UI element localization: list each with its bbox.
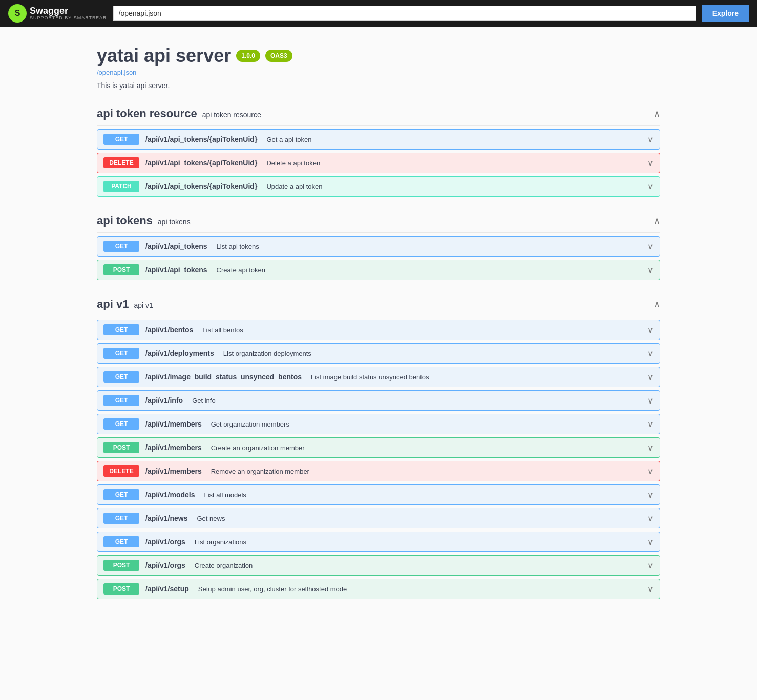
endpoint-left: GET /api/v1/deployments List organizatio… xyxy=(103,348,647,359)
endpoint-path: /api/v1/api_tokens xyxy=(145,242,207,250)
method-badge: PATCH xyxy=(103,181,139,192)
method-badge: GET xyxy=(103,348,139,359)
method-badge: DELETE xyxy=(103,157,139,168)
endpoint-summary: Get organization members xyxy=(211,420,289,428)
endpoint-summary: List api tokens xyxy=(217,243,259,250)
endpoint-left: DELETE /api/v1/api_tokens/{apiTokenUid} … xyxy=(103,157,647,168)
section-api-tokens: api tokens api tokens ∧ GET /api/v1/api_… xyxy=(97,209,660,280)
endpoint-row[interactable]: POST /api/v1/setup Setup admin user, org… xyxy=(97,579,660,599)
endpoint-path: /api/v1/api_tokens/{apiTokenUid} xyxy=(145,182,257,190)
method-badge: GET xyxy=(103,513,139,524)
endpoint-left: PATCH /api/v1/api_tokens/{apiTokenUid} U… xyxy=(103,181,647,192)
endpoint-expand-icon: ∨ xyxy=(647,466,654,476)
endpoint-left: POST /api/v1/orgs Create organization xyxy=(103,560,647,571)
section-desc: api token resource xyxy=(202,111,261,119)
api-title-text: yatai api server xyxy=(97,45,231,67)
section-header-api-v1[interactable]: api v1 api v1 ∧ xyxy=(97,292,660,316)
method-badge: DELETE xyxy=(103,465,139,477)
endpoint-summary: Get a api token xyxy=(266,136,311,143)
swagger-logo-icon: S xyxy=(8,4,27,23)
endpoint-left: POST /api/v1/members Create an organizat… xyxy=(103,442,647,453)
method-badge: GET xyxy=(103,134,139,145)
method-badge: POST xyxy=(103,583,139,595)
endpoint-row[interactable]: DELETE /api/v1/api_tokens/{apiTokenUid} … xyxy=(97,153,660,173)
section-collapse-icon: ∧ xyxy=(654,108,660,119)
endpoint-summary: Get news xyxy=(197,515,225,522)
endpoint-summary: Setup admin user, org, cluster for selfh… xyxy=(198,585,347,593)
endpoint-path: /api/v1/members xyxy=(145,467,202,475)
endpoint-row[interactable]: GET /api/v1/api_tokens/{apiTokenUid} Get… xyxy=(97,129,660,150)
method-badge: POST xyxy=(103,560,139,571)
swagger-logo: S Swagger SUPPORTED BY SMARTBEAR xyxy=(8,4,107,23)
section-header-api-tokens[interactable]: api tokens api tokens ∧ xyxy=(97,209,660,233)
endpoint-row[interactable]: GET /api/v1/members Get organization mem… xyxy=(97,414,660,434)
endpoint-row[interactable]: POST /api/v1/members Create an organizat… xyxy=(97,437,660,458)
endpoint-row[interactable]: PATCH /api/v1/api_tokens/{apiTokenUid} U… xyxy=(97,176,660,197)
endpoint-left: GET /api/v1/bentos List all bentos xyxy=(103,324,647,335)
endpoint-row[interactable]: GET /api/v1/news Get news ∨ xyxy=(97,508,660,528)
endpoint-row[interactable]: DELETE /api/v1/members Remove an organiz… xyxy=(97,461,660,481)
api-link[interactable]: /openapi.json xyxy=(97,69,660,76)
api-title-row: yatai api server 1.0.0 OAS3 xyxy=(97,45,660,67)
explore-button[interactable]: Explore xyxy=(702,5,749,22)
endpoint-summary: Update a api token xyxy=(266,183,322,190)
section-desc: api tokens xyxy=(158,218,191,226)
endpoint-summary: List image build status unsynced bentos xyxy=(311,373,429,381)
endpoint-expand-icon: ∨ xyxy=(647,135,654,144)
endpoint-row[interactable]: GET /api/v1/models List all models ∨ xyxy=(97,484,660,505)
endpoint-row[interactable]: GET /api/v1/bentos List all bentos ∨ xyxy=(97,320,660,340)
endpoint-expand-icon: ∨ xyxy=(647,537,654,547)
section-api-v1: api v1 api v1 ∧ GET /api/v1/bentos List … xyxy=(97,292,660,599)
endpoint-expand-icon: ∨ xyxy=(647,561,654,570)
section-title: api tokens xyxy=(97,214,153,227)
endpoint-row[interactable]: GET /api/v1/info Get info ∨ xyxy=(97,390,660,411)
endpoint-row[interactable]: GET /api/v1/api_tokens List api tokens ∨ xyxy=(97,236,660,257)
endpoint-row[interactable]: POST /api/v1/api_tokens Create api token… xyxy=(97,260,660,280)
endpoint-left: GET /api/v1/models List all models xyxy=(103,489,647,500)
section-title-group: api tokens api tokens xyxy=(97,214,191,227)
endpoint-expand-icon: ∨ xyxy=(647,514,654,523)
endpoint-left: GET /api/v1/news Get news xyxy=(103,513,647,524)
endpoint-left: GET /api/v1/members Get organization mem… xyxy=(103,418,647,430)
swagger-logo-text: Swagger xyxy=(30,6,107,15)
oas3-badge: OAS3 xyxy=(265,50,292,62)
section-collapse-icon: ∧ xyxy=(654,299,660,310)
endpoint-summary: Delete a api token xyxy=(266,159,320,167)
endpoint-expand-icon: ∨ xyxy=(647,419,654,429)
endpoint-row[interactable]: GET /api/v1/image_build_status_unsynced_… xyxy=(97,367,660,387)
method-badge: GET xyxy=(103,395,139,406)
endpoint-left: GET /api/v1/orgs List organizations xyxy=(103,536,647,547)
section-header-api-token-resource[interactable]: api token resource api token resource ∧ xyxy=(97,102,660,126)
endpoint-path: /api/v1/deployments xyxy=(145,349,214,357)
endpoint-expand-icon: ∨ xyxy=(647,372,654,382)
endpoint-left: POST /api/v1/setup Setup admin user, org… xyxy=(103,583,647,595)
endpoint-expand-icon: ∨ xyxy=(647,396,654,406)
endpoint-summary: List organization deployments xyxy=(223,350,311,357)
endpoint-path: /api/v1/info xyxy=(145,396,183,405)
endpoint-path: /api/v1/members xyxy=(145,443,202,452)
section-collapse-icon: ∧ xyxy=(654,215,660,226)
url-input[interactable] xyxy=(113,6,696,21)
section-api-token-resource: api token resource api token resource ∧ … xyxy=(97,102,660,197)
endpoint-left: DELETE /api/v1/members Remove an organiz… xyxy=(103,465,647,477)
endpoint-expand-icon: ∨ xyxy=(647,325,654,335)
method-badge: GET xyxy=(103,371,139,383)
endpoint-row[interactable]: GET /api/v1/orgs List organizations ∨ xyxy=(97,532,660,552)
endpoint-expand-icon: ∨ xyxy=(647,182,654,192)
endpoint-path: /api/v1/setup xyxy=(145,585,189,593)
endpoint-left: POST /api/v1/api_tokens Create api token xyxy=(103,264,647,275)
endpoint-expand-icon: ∨ xyxy=(647,349,654,358)
endpoint-left: GET /api/v1/image_build_status_unsynced_… xyxy=(103,371,647,383)
endpoint-row[interactable]: GET /api/v1/deployments List organizatio… xyxy=(97,343,660,364)
endpoint-summary: Remove an organization member xyxy=(211,468,309,475)
endpoint-row[interactable]: POST /api/v1/orgs Create organization ∨ xyxy=(97,555,660,576)
endpoint-path: /api/v1/api_tokens xyxy=(145,266,207,274)
endpoint-path: /api/v1/api_tokens/{apiTokenUid} xyxy=(145,159,257,167)
endpoint-path: /api/v1/news xyxy=(145,514,187,522)
endpoint-path: /api/v1/orgs xyxy=(145,561,185,569)
api-description: This is yatai api server. xyxy=(97,81,660,90)
endpoint-path: /api/v1/models xyxy=(145,491,195,499)
endpoint-expand-icon: ∨ xyxy=(647,584,654,594)
swagger-logo-text-group: Swagger SUPPORTED BY SMARTBEAR xyxy=(30,6,107,20)
endpoint-path: /api/v1/members xyxy=(145,420,202,428)
